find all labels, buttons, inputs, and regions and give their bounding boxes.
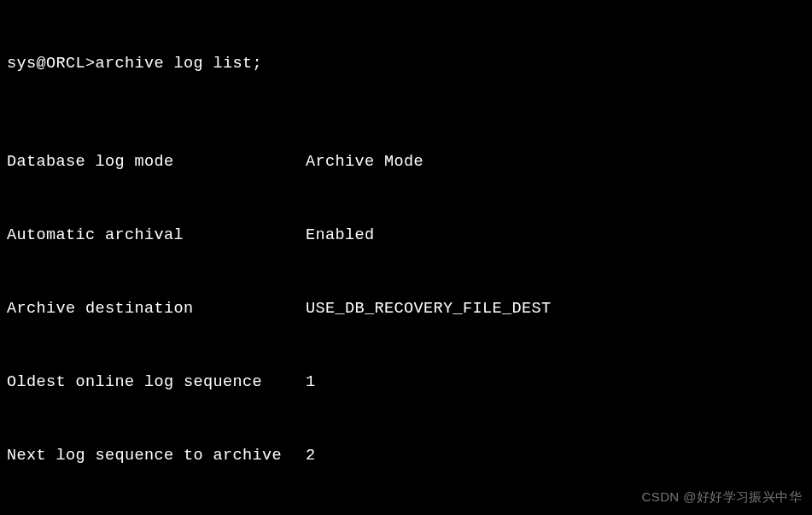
archive-value: USE_DB_RECOVERY_FILE_DEST [306, 297, 552, 322]
archive-row: Automatic archivalEnabled [7, 224, 805, 249]
archive-value: Archive Mode [306, 150, 424, 175]
archive-row: Next log sequence to archive2 [7, 444, 805, 469]
prompt-user: sys@ORCL> [7, 55, 96, 73]
archive-row: Archive destinationUSE_DB_RECOVERY_FILE_… [7, 297, 805, 322]
terminal-output[interactable]: sys@ORCL>archive log list; Database log … [7, 3, 805, 515]
archive-value: 1 [306, 371, 316, 395]
archive-value: Enabled [306, 224, 375, 249]
archive-row: Oldest online log sequence1 [7, 371, 805, 395]
archive-label: Next log sequence to archive [7, 444, 306, 469]
command-text: archive log list; [96, 55, 263, 73]
archive-value: 2 [306, 444, 316, 469]
archive-label: Archive destination [7, 297, 306, 322]
prompt-line-1: sys@ORCL>archive log list; [7, 52, 805, 77]
watermark-text: CSDN @好好学习振兴中华 [642, 487, 803, 506]
archive-label: Oldest online log sequence [7, 371, 306, 395]
archive-row: Database log modeArchive Mode [7, 150, 805, 175]
archive-label: Automatic archival [7, 224, 306, 249]
archive-label: Database log mode [7, 150, 306, 175]
